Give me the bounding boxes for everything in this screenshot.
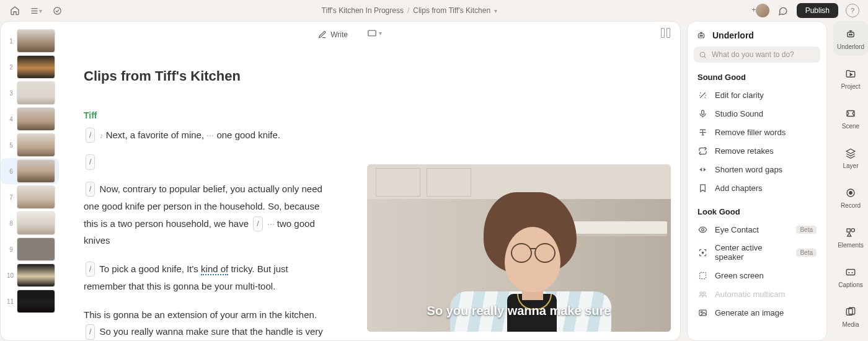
rail-underlord[interactable]: Underlord [833,21,868,56]
rail-media[interactable]: Media [833,299,868,334]
clip-boundary-icon[interactable]: / [253,216,262,231]
folder-play-icon [844,67,857,81]
beta-badge: Beta [796,249,817,257]
action-green-screen[interactable]: Green screen [694,266,820,285]
composition-title[interactable]: Clips from Tiff's Kitchen [84,64,340,89]
clip-boundary-icon[interactable]: / [86,262,95,277]
clip-item[interactable]: 2 [1,54,59,80]
action-generate-an-image[interactable]: Generate an image [694,303,820,322]
action-shorten-word-gaps[interactable]: Shorten word gaps [694,160,820,179]
clip-thumbnail [17,133,55,157]
svg-point-7 [701,228,704,231]
transcript-text[interactable]: one good knife. [216,130,280,140]
rail-record[interactable]: Record [833,180,868,215]
right-rail: Underlord Project Scene Layer Record Ele… [833,21,868,341]
rail-project[interactable]: Project [833,61,868,95]
canvas-size-menu[interactable]: ▾ [368,30,382,37]
action-center-active-speaker[interactable]: Center active speakerBeta [694,239,820,266]
svg-point-0 [53,7,60,14]
clip-thumbnail [17,264,55,287]
clip-item[interactable]: 11 [1,288,59,314]
transcript-text-flagged[interactable]: kind of [201,264,228,275]
rail-elements[interactable]: Elements [833,219,868,254]
clip-boundary-icon[interactable]: / [86,324,95,339]
svg-point-21 [851,228,854,231]
search-icon [699,51,707,59]
clip-boundary-icon[interactable]: / [86,154,95,169]
compress-icon [698,164,707,174]
underlord-panel: Underlord What do you want to do? Sound … [687,21,827,341]
clip-item[interactable]: 10 [1,262,59,288]
mic-icon [698,108,707,118]
clip-thumbnail [17,237,55,261]
panel-title: Underlord [712,30,754,40]
pen-icon [318,30,327,39]
bookmark-icon [698,183,707,193]
clip-boundary-icon[interactable]: / [86,182,95,197]
clip-item[interactable]: 1 [1,28,59,54]
breadcrumb-composition[interactable]: Clips from Tiff's Kitchen [413,6,490,15]
action-edit-for-clarity[interactable]: Edit for clarity [694,86,820,104]
user-avatar[interactable] [756,4,769,17]
svg-point-10 [700,291,702,294]
svg-point-19 [849,191,852,194]
breadcrumb[interactable]: Tiff's Kitchen In Progress / Clips from … [63,6,756,15]
clip-thumbnail [17,29,55,53]
gap-icon: ⋯ [206,131,214,140]
rail-captions[interactable]: Captions [833,259,868,294]
video-caption: So you really wanna make sure [367,304,671,318]
write-button[interactable]: Write [318,30,348,39]
video-preview-pane: ▾ So you really wanna make su [358,22,680,340]
action-studio-sound[interactable]: Studio Sound [694,104,820,123]
svg-point-4 [701,35,702,37]
clip-item[interactable]: 7 [1,184,59,210]
clip-item-selected[interactable]: 6 [1,158,59,184]
menu-icon[interactable]: ▾ [30,4,42,17]
video-canvas[interactable]: So you really wanna make sure [367,164,671,332]
svg-point-13 [701,311,702,313]
clip-item[interactable]: 8 [1,210,59,236]
svg-rect-22 [846,269,855,275]
transcript-text[interactable]: This is gonna be an extension of your ar… [84,309,317,320]
breadcrumb-project[interactable]: Tiff's Kitchen In Progress [322,6,404,15]
clip-thumbnail [17,290,55,313]
shapes-icon [844,226,857,239]
action-remove-filler-words[interactable]: Remove filler words [694,123,820,141]
clip-item[interactable]: 9 [1,236,59,262]
image-icon [698,308,707,317]
clip-item[interactable]: 5 [1,132,59,158]
clip-item[interactable]: 3 [1,80,59,106]
layout-toggle-icon[interactable] [661,28,670,38]
svg-rect-1 [368,30,376,36]
home-icon[interactable] [9,4,21,17]
comments-icon[interactable] [777,4,789,17]
rail-layer[interactable]: Layer [833,140,868,175]
transcript-text[interactable]: To pick a good knife, It's [99,264,198,274]
main-panel: 1 2 3 4 5 6 7 8 9 10 11 Write Clips from… [0,21,681,341]
svg-rect-6 [701,110,704,114]
help-icon[interactable]: ? [846,4,859,17]
ai-search-input[interactable]: What do you want to do? [694,46,820,63]
svg-point-3 [700,35,701,37]
svg-rect-17 [847,110,854,116]
action-eye-contact[interactable]: Eye ContactBeta [694,220,820,239]
clip-boundary-icon[interactable]: / [86,128,95,143]
section-sound-good: Sound Good [698,73,817,82]
transcript-text[interactable]: So you really wanna make sure that the h… [84,326,323,340]
svg-point-5 [700,52,705,57]
share-avatar[interactable]: + [756,4,769,17]
transcript-document[interactable]: Clips from Tiff's Kitchen Tiff / ♪ Next,… [59,44,358,340]
clip-thumbnail [17,81,55,105]
speaker-label[interactable]: Tiff [84,108,332,124]
rail-scene[interactable]: Scene [833,100,868,135]
search-placeholder: What do you want to do? [712,50,794,59]
clip-thumbnail [17,211,55,235]
publish-button[interactable]: Publish [797,3,838,18]
transcript-text[interactable]: Next, a favorite of mine, [106,130,204,140]
frame-icon [698,270,707,280]
gap-icon: ⋯ [267,220,275,229]
clip-list[interactable]: 1 2 3 4 5 6 7 8 9 10 11 [1,22,59,340]
action-add-chapters[interactable]: Add chapters [694,179,820,197]
action-remove-retakes[interactable]: Remove retakes [694,141,820,160]
clip-item[interactable]: 4 [1,106,59,132]
